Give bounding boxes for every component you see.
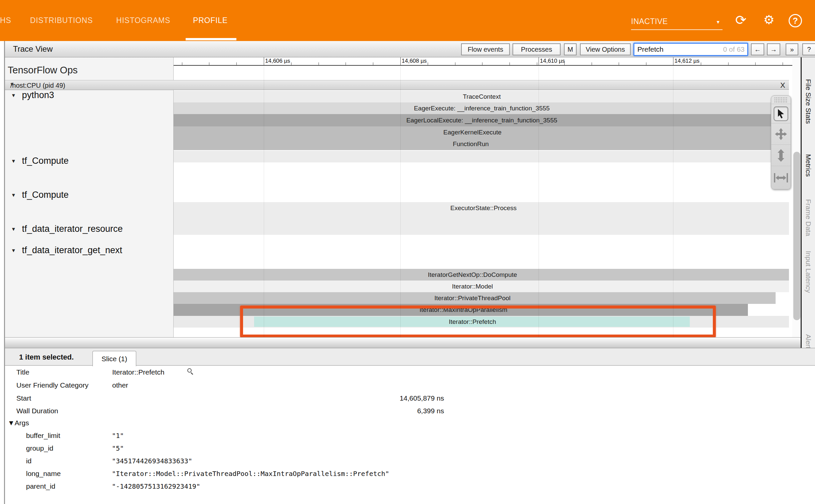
processes-button[interactable]: Processes (513, 43, 561, 55)
trace-event-row[interactable]: TraceContext (174, 91, 789, 102)
collapse-caret-icon[interactable]: ▼ (11, 247, 16, 253)
side-tab-frame-data[interactable]: Frame Data (804, 199, 812, 236)
arg-value-long_name: "Iterator::Model::PrivateThreadPool::Max… (112, 470, 389, 478)
time-gridline (673, 66, 673, 337)
ruler-tick-label: 14,612 µs (674, 58, 699, 64)
measure-span-icon (774, 172, 788, 183)
ruler-minor-tick (728, 62, 729, 65)
collapse-caret-icon[interactable]: ▼ (11, 158, 16, 164)
vertical-zoom-icon (775, 149, 787, 162)
trace-event-label: FunctionRun (453, 140, 489, 148)
collapse-caret-icon[interactable]: ▼ (11, 226, 16, 232)
trace-event-label: Iterator::MaxIntraOpParallelism (420, 306, 507, 314)
detail-field-value: 6,399 ns (112, 407, 444, 415)
side-tab-file-size-stats[interactable]: File Size Stats (804, 79, 812, 124)
detail-field-label: Title (16, 368, 29, 376)
track-group-python3[interactable]: ▼python3 (11, 90, 54, 100)
ruler-minor-tick (537, 62, 537, 65)
trace-event-row[interactable]: IteratorGetNextOp::DoCompute (174, 269, 789, 281)
zoom-tool-button[interactable] (771, 144, 791, 166)
trace-view-title: Trace View (13, 44, 53, 54)
ruler-minor-tick (182, 62, 182, 65)
side-tab-metrics[interactable]: Metrics (804, 154, 812, 177)
pan-tool-button[interactable] (771, 123, 791, 144)
trace-event-row[interactable] (174, 151, 789, 162)
process-header-bar[interactable]: ▼/host:CPU (pid 49) X (5, 80, 789, 90)
search-input[interactable]: Prefetch (634, 45, 723, 53)
select-tool-button[interactable] (771, 104, 791, 123)
magnifier-icon[interactable] (187, 368, 194, 375)
help-icon[interactable]: ? (789, 14, 802, 27)
trace-event-row[interactable]: Iterator::MaxIntraOpParallelism (174, 304, 748, 316)
trace-event-row[interactable]: EagerKernelExecute (174, 126, 789, 138)
ruler-minor-tick (783, 62, 783, 65)
side-tool-tabs: File Size StatsMetricsFrame DataInput La… (801, 57, 815, 354)
trace-event-row[interactable]: EagerLocalExecute: __inference_train_fun… (174, 114, 789, 126)
args-expander[interactable]: ▼Args (8, 419, 29, 427)
ruler-tick-label: 14,610 µs (540, 58, 565, 64)
tab-hs[interactable]: HS (0, 0, 11, 41)
vertical-scrollbar-thumb[interactable] (793, 152, 800, 320)
tensorboard-profiler-window: HSDISTRIBUTIONSHISTOGRAMSPROFILE INACTIV… (0, 0, 815, 504)
trace-event-row[interactable]: EagerExecute: __inference_train_function… (174, 102, 789, 114)
track-group-tf_data_iterator_resource[interactable]: ▼tf_data_iterator_resource (11, 224, 123, 234)
vertical-scrollbar[interactable] (792, 57, 801, 337)
find-next-button[interactable]: → (767, 43, 780, 55)
track-group-tf_data_iterator_get_next[interactable]: ▼tf_data_iterator_get_next (11, 245, 122, 256)
tab-histograms[interactable]: HISTOGRAMS (116, 0, 175, 41)
collapse-caret-icon[interactable]: ▼ (10, 82, 14, 87)
ruler-minor-tick (373, 62, 373, 65)
m-button[interactable]: M (564, 43, 577, 55)
trace-event-label: EagerKernelExecute (443, 129, 501, 136)
timing-tool-button[interactable] (771, 166, 791, 189)
trace-event-row[interactable]: Iterator::Model (174, 281, 789, 292)
arg-value-parent_id: "-1428057513162923419" (112, 482, 200, 490)
arg-key-long_name: long_name (26, 470, 61, 478)
track-group-tf_Compute[interactable]: ▼tf_Compute (11, 156, 68, 166)
search-match-count: 0 of 63 (723, 45, 747, 53)
flow-events-button[interactable]: Flow events (461, 43, 510, 55)
palette-drag-handle[interactable] (771, 96, 791, 104)
trace-event-row[interactable]: Iterator::Prefetch (174, 316, 789, 328)
run-status-select[interactable]: INACTIVE ▼ (631, 13, 723, 30)
trace-canvas: TensorFlow Ops 14,606 µs14,608 µs14,610 … (4, 57, 801, 348)
trace-event-label: IteratorGetNextOp::DoCompute (428, 271, 517, 279)
find-prev-button[interactable]: ← (751, 43, 764, 55)
collapse-caret-icon[interactable]: ▼ (11, 192, 16, 198)
ruler-major-tick (673, 57, 673, 65)
trace-event-label: Iterator::Prefetch (449, 318, 496, 326)
trace-event-row[interactable] (174, 214, 789, 235)
trace-search-box[interactable]: Prefetch 0 of 63 (633, 43, 748, 56)
close-process-button[interactable]: X (780, 81, 785, 90)
view-options-button[interactable]: View Options (580, 43, 631, 55)
trace-help-button[interactable]: ? (802, 43, 815, 55)
expand-panel-button[interactable]: » (786, 43, 798, 55)
time-gridline (400, 66, 401, 337)
ruler-tick-label: 14,608 µs (402, 58, 427, 64)
time-gridline (539, 66, 539, 337)
tab-slice[interactable]: Slice (1) (92, 351, 136, 366)
trace-event-label: ExecutorState::Process (450, 204, 517, 212)
gear-icon[interactable]: ⚙ (761, 13, 777, 27)
side-tab-input-latency[interactable]: Input Latency (804, 251, 812, 293)
horizontal-scrollbar[interactable] (4, 337, 801, 348)
ruler-minor-tick (236, 62, 237, 65)
refresh-icon[interactable]: ⟳ (733, 13, 749, 27)
track-group-tf_Compute[interactable]: ▼tf_Compute (11, 190, 68, 200)
arg-value-buffer_limit: "1" (112, 432, 124, 440)
ruler-major-tick (539, 57, 539, 65)
trace-event-label: TraceContext (463, 93, 500, 100)
collapse-caret-icon[interactable]: ▼ (11, 92, 16, 98)
trace-event-label: Iterator::PrivateThreadPool (434, 295, 511, 302)
trace-event-label: Iterator::Model (452, 283, 493, 290)
tab-distributions[interactable]: DISTRIBUTIONS (30, 0, 97, 41)
ruler-minor-tick (510, 62, 510, 65)
detail-field-label: User Friendly Category (16, 381, 88, 389)
ruler-major-tick (264, 57, 264, 65)
arg-value-group_id: "5" (112, 444, 124, 452)
trace-event-row[interactable]: ExecutorState::Process (174, 202, 789, 214)
tab-profile[interactable]: PROFILE (193, 0, 229, 41)
process-header-label: ▼/host:CPU (pid 49) (10, 82, 65, 89)
tensorboard-header: HSDISTRIBUTIONSHISTOGRAMSPROFILE INACTIV… (0, 0, 815, 41)
trace-event-row[interactable]: FunctionRun (174, 138, 789, 150)
